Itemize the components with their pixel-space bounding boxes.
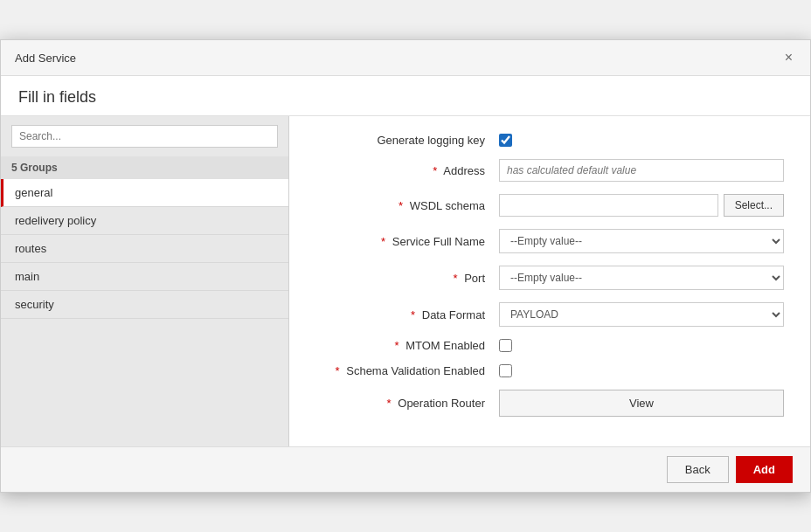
generate-logging-key-label: Generate logging key (315, 134, 499, 147)
mtom-enabled-wrap (499, 339, 784, 352)
operation-router-label: * Operation Router (315, 397, 499, 410)
data-format-label: * Data Format (315, 308, 499, 321)
form-row-service-full-name: * Service Full Name --Empty value-- (315, 229, 784, 253)
mtom-required-star: * (395, 339, 399, 352)
data-format-wrap: PAYLOAD MESSAGE RAW (499, 302, 784, 327)
mtom-enabled-checkbox[interactable] (499, 339, 512, 352)
schema-validation-wrap (499, 364, 784, 377)
address-input[interactable] (499, 159, 784, 182)
close-button[interactable]: × (781, 49, 796, 66)
address-wrap (499, 159, 784, 182)
data-format-required-star: * (411, 308, 415, 321)
address-label: * Address (315, 164, 499, 177)
form-row-generate-logging-key: Generate logging key (315, 134, 784, 147)
sidebar-item-main[interactable]: main (1, 263, 288, 291)
wsdl-schema-input[interactable] (499, 194, 718, 217)
search-box (1, 116, 288, 156)
wsdl-schema-wrap: Select... (499, 194, 784, 217)
search-input[interactable] (11, 125, 278, 148)
operation-router-required-star: * (387, 397, 392, 410)
dialog-header: Add Service × (1, 40, 810, 76)
port-wrap: --Empty value-- (499, 266, 784, 290)
form-row-wsdl-schema: * WSDL schema Select... (315, 194, 784, 217)
schema-validation-label: * Schema Validation Enabled (315, 364, 499, 377)
add-service-dialog: Add Service × Fill in fields 5 Groups ge… (0, 39, 811, 493)
form-row-schema-validation: * Schema Validation Enabled (315, 364, 784, 377)
mtom-enabled-label: * MTOM Enabled (315, 339, 499, 352)
service-required-star: * (381, 235, 385, 248)
port-label: * Port (315, 272, 499, 285)
groups-header: 5 Groups (1, 156, 288, 179)
port-select[interactable]: --Empty value-- (499, 266, 784, 290)
sidebar-item-routes[interactable]: routes (1, 235, 288, 263)
dialog-footer: Back Add (1, 446, 810, 492)
form-row-address: * Address (315, 159, 784, 182)
sidebar: 5 Groups general redelivery policy route… (1, 116, 289, 446)
address-required-star: * (433, 164, 437, 177)
wsdl-select-button[interactable]: Select... (724, 194, 784, 217)
port-required-star: * (453, 272, 457, 285)
form-row-port: * Port --Empty value-- (315, 266, 784, 290)
generate-logging-key-wrap (499, 134, 784, 147)
dialog-title: Add Service (15, 52, 76, 65)
sidebar-item-redelivery-policy[interactable]: redelivery policy (1, 207, 288, 235)
operation-router-view-button[interactable]: View (499, 390, 784, 417)
form-row-mtom-enabled: * MTOM Enabled (315, 339, 784, 352)
sidebar-item-general[interactable]: general (1, 179, 288, 207)
form-row-operation-router: * Operation Router View (315, 390, 784, 417)
back-button[interactable]: Back (667, 456, 729, 483)
schema-validation-checkbox[interactable] (499, 364, 512, 377)
wsdl-required-star: * (399, 199, 403, 212)
wsdl-schema-label: * WSDL schema (315, 199, 499, 212)
generate-logging-key-checkbox[interactable] (499, 134, 512, 147)
dialog-sub-title: Fill in fields (18, 88, 96, 106)
dialog-body: 5 Groups general redelivery policy route… (1, 116, 810, 446)
main-content: Generate logging key * Address * (289, 116, 810, 446)
service-full-name-select[interactable]: --Empty value-- (499, 229, 784, 253)
form-row-data-format: * Data Format PAYLOAD MESSAGE RAW (315, 302, 784, 327)
schema-validation-required-star: * (336, 364, 340, 377)
data-format-select[interactable]: PAYLOAD MESSAGE RAW (499, 302, 784, 327)
service-full-name-label: * Service Full Name (315, 235, 499, 248)
sidebar-item-security[interactable]: security (1, 291, 288, 319)
operation-router-wrap: View (499, 390, 784, 417)
add-button[interactable]: Add (736, 456, 793, 483)
service-full-name-wrap: --Empty value-- (499, 229, 784, 253)
dialog-sub-header: Fill in fields (1, 76, 810, 116)
